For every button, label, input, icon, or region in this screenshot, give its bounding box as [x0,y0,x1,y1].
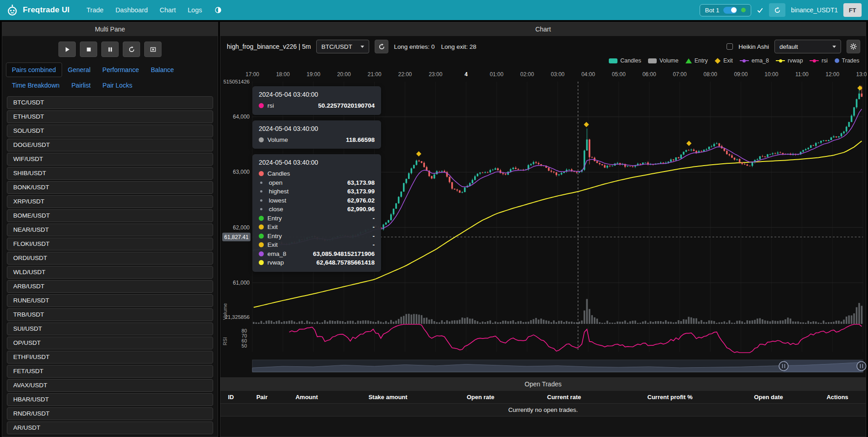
heikin-ashi-checkbox[interactable] [727,43,733,50]
bot-enable-toggle[interactable] [723,7,737,14]
refresh-button[interactable] [123,42,140,57]
chart-navigator[interactable] [252,360,866,372]
pair-list-item[interactable]: NEAR/USDT [7,224,213,236]
app-title: Freqtrade UI [23,5,70,15]
pair-list-item[interactable]: FET/USDT [7,365,213,378]
legend-item-trades[interactable]: Trades [835,57,859,64]
pair-list-item[interactable]: BOME/USDT [7,209,213,222]
tab-balance[interactable]: Balance [145,62,180,77]
legend-item-exit[interactable]: Exit [715,57,733,64]
pair-list-item[interactable]: SHIB/USDT [7,167,213,180]
navigator-handle-right[interactable] [857,362,866,371]
pair-list-item[interactable]: OP/USDT [7,337,213,349]
chevron-down-icon [832,46,836,48]
svg-text:19:00: 19:00 [307,71,320,78]
column-header-open-rate: Open rate [445,394,516,401]
column-header-id: ID [220,394,241,401]
price-chart-canvas[interactable]: 17:0018:0019:0020:0021:0022:0023:00401:0… [220,22,867,437]
pair-list-item[interactable]: BONK/USDT [7,181,213,194]
navigator-handle-left[interactable] [779,362,788,371]
pause-icon [107,46,114,53]
column-header-open-date: Open date [728,394,809,401]
tab-pairs-combined[interactable]: Pairs combined [6,62,62,77]
exchange-account-label: binance_USDT1 [791,6,838,14]
pair-list-item[interactable]: TRB/USDT [7,308,213,321]
svg-text:61,000: 61,000 [233,280,250,286]
clear-button[interactable] [144,42,162,57]
svg-text:06:00: 06:00 [643,71,656,78]
navbar-right: Bot 1 binance_USDT1 FT [700,3,862,17]
pair-list-item[interactable]: DOGE/USDT [7,139,213,151]
pair-list-item[interactable]: ORDI/USDT [7,252,213,265]
pair-list-item[interactable]: FLOKI/USDT [7,238,213,250]
svg-text:18:00: 18:00 [276,71,290,78]
nav-link-chart[interactable]: Chart [155,4,181,16]
refresh-chart-button[interactable] [375,40,388,53]
pair-list-item[interactable]: ETHFI/USDT [7,351,213,364]
svg-text:09:00: 09:00 [734,71,748,78]
svg-text:50: 50 [241,343,247,349]
tab-time-breakdown[interactable]: Time Breakdown [6,78,66,93]
multi-pane-tabs-row2: Time BreakdownPairlistPair Locks [2,77,218,93]
nav-link-logs[interactable]: Logs [183,4,207,16]
play-button[interactable] [58,42,76,57]
legend-item-rsi[interactable]: rsi [810,57,827,64]
svg-text:20:00: 20:00 [337,71,351,78]
brand[interactable]: Freqtrade UI [6,4,70,16]
tab-general[interactable]: General [62,62,97,77]
open-trades-header-row: IDPairAmountStake amountOpen rateCurrent… [220,391,866,404]
svg-text:22:00: 22:00 [398,71,412,78]
legend-item-entry[interactable]: Entry [685,57,708,64]
svg-text:10:00: 10:00 [764,71,778,78]
stop-button[interactable] [80,42,97,57]
refresh-icon [128,46,135,53]
svg-text:05:00: 05:00 [612,71,626,78]
nav-link-trade[interactable]: Trade [82,4,109,16]
tab-performance[interactable]: Performance [96,62,145,77]
legend-item-ema_8[interactable]: ema_8 [740,57,769,64]
svg-text:23:00: 23:00 [429,71,442,78]
legend-item-rvwap[interactable]: rvwap [776,57,803,64]
pair-list-item[interactable]: RUNE/USDT [7,294,213,307]
check-icon [757,7,763,14]
svg-text:12:00: 12:00 [826,71,839,78]
pair-list-item[interactable]: ARB/USDT [7,280,213,293]
pair-list-item[interactable]: AR/USDT [7,421,213,434]
bot-selector[interactable]: Bot 1 [700,4,752,16]
legend-item-volume[interactable]: Volume [648,57,679,64]
legend-item-candles[interactable]: Candles [609,57,641,64]
pair-list-item[interactable]: BTC/USDT [7,96,213,109]
chevron-down-icon [361,46,364,48]
top-navbar: Freqtrade UI TradeDashboardChartLogs Bot… [0,0,868,20]
pair-list-item[interactable]: HBAR/USDT [7,393,213,406]
pair-list-item[interactable]: SOL/USDT [7,125,213,137]
tab-pairlist[interactable]: Pairlist [66,78,97,93]
reload-bot-button[interactable] [769,3,785,17]
pair-list-item[interactable]: ETH/USDT [7,110,213,123]
main-nav: TradeDashboardChartLogs [82,4,207,16]
open-trades-section: Open Trades IDPairAmountStake amountOpen… [220,377,866,437]
pair-list-item[interactable]: SUI/USDT [7,323,213,335]
plot-settings-button[interactable] [847,40,860,53]
freqtrade-logo-icon [6,4,18,16]
nav-link-dashboard[interactable]: Dashboard [110,4,153,16]
pair-list-item[interactable]: AVAX/USDT [7,379,213,392]
user-avatar[interactable]: FT [843,3,862,17]
open-trades-empty-message: Currently no open trades. [220,404,866,416]
plot-config-select[interactable]: default [774,40,841,53]
pause-button[interactable] [101,42,119,57]
svg-text:17:00: 17:00 [246,71,259,78]
pair-list-item[interactable]: WIF/USDT [7,153,213,166]
pair-select[interactable]: BTC/USDT [316,40,369,53]
tab-pair-locks[interactable]: Pair Locks [97,78,138,93]
chart-legend: CandlesVolumeEntryExitema_8rvwaprsiTrade… [609,57,859,64]
svg-text:64,000: 64,000 [233,114,250,120]
theme-toggle-icon[interactable] [212,5,225,16]
pair-list-item[interactable]: XRP/USDT [7,195,213,208]
chart-toolbar: high_frog_binance_v226 | 5m BTC/USDT Lon… [227,39,860,54]
pair-list-item[interactable]: WLD/USDT [7,266,213,279]
pair-list: BTC/USDTETH/USDTSOL/USDTDOGE/USDTWIF/USD… [2,96,218,434]
gear-icon [850,43,857,50]
multi-pane-title: Multi Pane [2,22,218,36]
pair-list-item[interactable]: RNDR/USDT [7,407,213,420]
